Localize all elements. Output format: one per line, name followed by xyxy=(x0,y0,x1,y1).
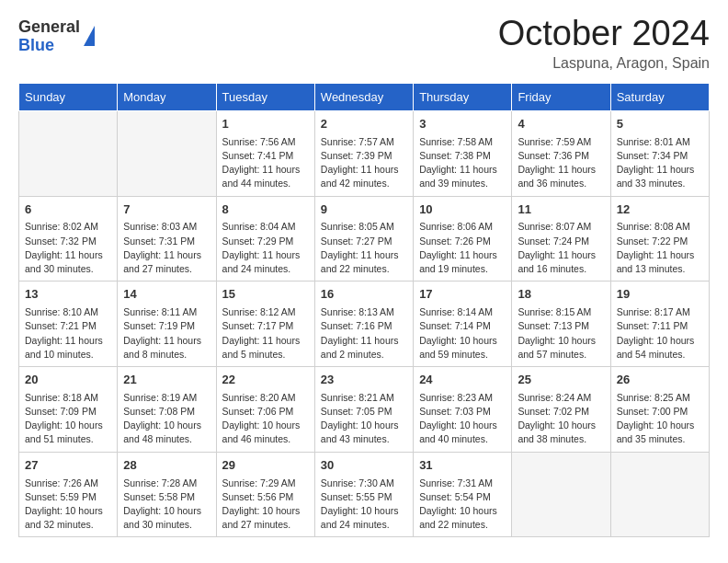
day-info: Sunrise: 8:25 AMSunset: 7:00 PMDaylight:… xyxy=(617,391,703,447)
day-number: 5 xyxy=(617,116,703,133)
logo-triangle-icon xyxy=(84,26,95,46)
day-info: Sunrise: 8:14 AMSunset: 7:14 PMDaylight:… xyxy=(419,305,506,362)
day-number: 1 xyxy=(222,116,309,133)
calendar-cell: 25Sunrise: 8:24 AMSunset: 7:02 PMDayligh… xyxy=(512,366,610,452)
day-number: 20 xyxy=(25,372,111,389)
day-info: Sunrise: 7:31 AMSunset: 5:54 PMDaylight:… xyxy=(419,477,506,533)
day-info: Sunrise: 8:20 AMSunset: 7:06 PMDaylight:… xyxy=(222,391,309,447)
calendar-cell: 18Sunrise: 8:15 AMSunset: 7:13 PMDayligh… xyxy=(512,282,610,367)
week-row-3: 13Sunrise: 8:10 AMSunset: 7:21 PMDayligh… xyxy=(19,282,710,367)
day-info: Sunrise: 8:05 AMSunset: 7:27 PMDaylight:… xyxy=(321,220,407,276)
calendar-cell: 5Sunrise: 8:01 AMSunset: 7:34 PMDaylight… xyxy=(610,110,709,196)
calendar-cell: 16Sunrise: 8:13 AMSunset: 7:16 PMDayligh… xyxy=(314,282,413,367)
weekday-tuesday: Tuesday xyxy=(216,83,314,110)
weekday-sunday: Sunday xyxy=(19,83,118,110)
calendar-cell: 9Sunrise: 8:05 AMSunset: 7:27 PMDaylight… xyxy=(314,196,413,282)
day-number: 22 xyxy=(222,372,309,389)
day-info: Sunrise: 8:01 AMSunset: 7:34 PMDaylight:… xyxy=(617,135,703,191)
day-number: 23 xyxy=(321,372,407,389)
logo-general: General xyxy=(18,18,80,37)
calendar-cell: 6Sunrise: 8:02 AMSunset: 7:32 PMDaylight… xyxy=(19,196,118,282)
calendar-cell: 4Sunrise: 7:59 AMSunset: 7:36 PMDaylight… xyxy=(512,110,610,196)
calendar-cell: 30Sunrise: 7:30 AMSunset: 5:55 PMDayligh… xyxy=(314,452,413,537)
calendar-cell: 13Sunrise: 8:10 AMSunset: 7:21 PMDayligh… xyxy=(19,282,118,367)
day-number: 7 xyxy=(123,201,210,219)
day-number: 9 xyxy=(321,201,407,219)
day-number: 13 xyxy=(25,286,111,304)
day-info: Sunrise: 8:19 AMSunset: 7:08 PMDaylight:… xyxy=(123,391,210,447)
weekday-monday: Monday xyxy=(118,83,216,110)
week-row-2: 6Sunrise: 8:02 AMSunset: 7:32 PMDaylight… xyxy=(19,196,710,282)
calendar-cell: 15Sunrise: 8:12 AMSunset: 7:17 PMDayligh… xyxy=(216,282,314,367)
week-row-4: 20Sunrise: 8:18 AMSunset: 7:09 PMDayligh… xyxy=(19,366,710,452)
day-number: 24 xyxy=(419,372,506,389)
day-info: Sunrise: 8:10 AMSunset: 7:21 PMDaylight:… xyxy=(25,305,111,362)
page-header: General Blue October 2024 Laspuna, Arago… xyxy=(18,15,710,72)
day-info: Sunrise: 7:29 AMSunset: 5:56 PMDaylight:… xyxy=(222,477,309,533)
day-info: Sunrise: 8:06 AMSunset: 7:26 PMDaylight:… xyxy=(419,220,506,276)
logo: General Blue xyxy=(18,18,95,55)
calendar-cell: 19Sunrise: 8:17 AMSunset: 7:11 PMDayligh… xyxy=(610,282,709,367)
calendar-cell: 23Sunrise: 8:21 AMSunset: 7:05 PMDayligh… xyxy=(314,366,413,452)
day-number: 27 xyxy=(25,457,111,475)
calendar-cell: 12Sunrise: 8:08 AMSunset: 7:22 PMDayligh… xyxy=(610,196,709,282)
day-number: 29 xyxy=(222,457,309,475)
calendar-cell: 3Sunrise: 7:58 AMSunset: 7:38 PMDaylight… xyxy=(414,110,512,196)
calendar-cell xyxy=(118,110,216,196)
day-info: Sunrise: 8:23 AMSunset: 7:03 PMDaylight:… xyxy=(419,391,506,447)
day-info: Sunrise: 8:13 AMSunset: 7:16 PMDaylight:… xyxy=(321,305,407,362)
calendar-cell: 29Sunrise: 7:29 AMSunset: 5:56 PMDayligh… xyxy=(216,452,314,537)
day-number: 6 xyxy=(25,201,111,219)
day-info: Sunrise: 8:12 AMSunset: 7:17 PMDaylight:… xyxy=(222,305,309,362)
day-number: 25 xyxy=(518,372,604,389)
calendar-cell: 1Sunrise: 7:56 AMSunset: 7:41 PMDaylight… xyxy=(216,110,314,196)
calendar-table: SundayMondayTuesdayWednesdayThursdayFrid… xyxy=(18,83,710,538)
calendar-cell: 14Sunrise: 8:11 AMSunset: 7:19 PMDayligh… xyxy=(118,282,216,367)
calendar-cell: 22Sunrise: 8:20 AMSunset: 7:06 PMDayligh… xyxy=(216,366,314,452)
calendar-cell: 11Sunrise: 8:07 AMSunset: 7:24 PMDayligh… xyxy=(512,196,610,282)
day-number: 12 xyxy=(617,201,703,219)
calendar-cell: 21Sunrise: 8:19 AMSunset: 7:08 PMDayligh… xyxy=(118,366,216,452)
week-row-5: 27Sunrise: 7:26 AMSunset: 5:59 PMDayligh… xyxy=(19,452,710,537)
calendar-cell: 26Sunrise: 8:25 AMSunset: 7:00 PMDayligh… xyxy=(610,366,709,452)
day-number: 2 xyxy=(321,116,407,133)
day-info: Sunrise: 8:24 AMSunset: 7:02 PMDaylight:… xyxy=(518,391,604,447)
calendar-cell: 7Sunrise: 8:03 AMSunset: 7:31 PMDaylight… xyxy=(118,196,216,282)
calendar-cell: 27Sunrise: 7:26 AMSunset: 5:59 PMDayligh… xyxy=(19,452,118,537)
calendar-cell: 31Sunrise: 7:31 AMSunset: 5:54 PMDayligh… xyxy=(414,452,512,537)
day-info: Sunrise: 8:18 AMSunset: 7:09 PMDaylight:… xyxy=(25,391,111,447)
day-number: 18 xyxy=(518,286,604,304)
calendar-cell: 10Sunrise: 8:06 AMSunset: 7:26 PMDayligh… xyxy=(414,196,512,282)
calendar-cell xyxy=(610,452,709,537)
day-number: 8 xyxy=(222,201,309,219)
day-number: 28 xyxy=(123,457,210,475)
day-info: Sunrise: 7:59 AMSunset: 7:36 PMDaylight:… xyxy=(518,135,604,191)
calendar-cell xyxy=(512,452,610,537)
weekday-saturday: Saturday xyxy=(610,83,709,110)
day-info: Sunrise: 7:28 AMSunset: 5:58 PMDaylight:… xyxy=(123,477,210,533)
day-number: 16 xyxy=(321,286,407,304)
weekday-wednesday: Wednesday xyxy=(314,83,413,110)
title-block: October 2024 Laspuna, Aragon, Spain xyxy=(498,15,710,72)
weekday-header-row: SundayMondayTuesdayWednesdayThursdayFrid… xyxy=(19,83,710,110)
day-number: 10 xyxy=(419,201,506,219)
day-info: Sunrise: 8:11 AMSunset: 7:19 PMDaylight:… xyxy=(123,305,210,362)
day-number: 31 xyxy=(419,457,506,475)
weekday-friday: Friday xyxy=(512,83,610,110)
day-info: Sunrise: 8:03 AMSunset: 7:31 PMDaylight:… xyxy=(123,220,210,276)
weekday-thursday: Thursday xyxy=(414,83,512,110)
day-number: 30 xyxy=(321,457,407,475)
calendar-cell: 17Sunrise: 8:14 AMSunset: 7:14 PMDayligh… xyxy=(414,282,512,367)
day-info: Sunrise: 8:07 AMSunset: 7:24 PMDaylight:… xyxy=(518,220,604,276)
day-number: 17 xyxy=(419,286,506,304)
day-number: 15 xyxy=(222,286,309,304)
calendar-cell: 20Sunrise: 8:18 AMSunset: 7:09 PMDayligh… xyxy=(19,366,118,452)
day-info: Sunrise: 7:56 AMSunset: 7:41 PMDaylight:… xyxy=(222,135,309,191)
day-info: Sunrise: 8:02 AMSunset: 7:32 PMDaylight:… xyxy=(25,220,111,276)
day-number: 19 xyxy=(617,286,703,304)
calendar-cell: 8Sunrise: 8:04 AMSunset: 7:29 PMDaylight… xyxy=(216,196,314,282)
day-info: Sunrise: 8:17 AMSunset: 7:11 PMDaylight:… xyxy=(617,305,703,362)
calendar-cell: 2Sunrise: 7:57 AMSunset: 7:39 PMDaylight… xyxy=(314,110,413,196)
day-info: Sunrise: 7:57 AMSunset: 7:39 PMDaylight:… xyxy=(321,135,407,191)
calendar-body: 1Sunrise: 7:56 AMSunset: 7:41 PMDaylight… xyxy=(19,110,710,537)
